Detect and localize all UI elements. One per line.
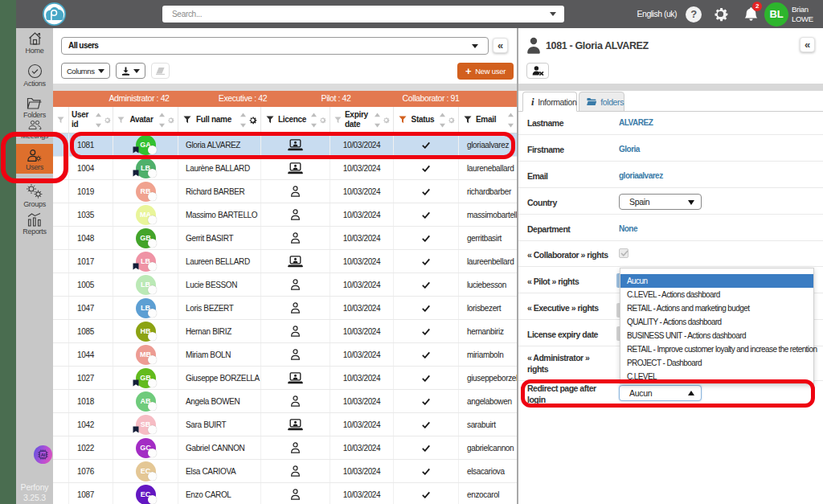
svg-text:AI: AI: [41, 453, 46, 457]
